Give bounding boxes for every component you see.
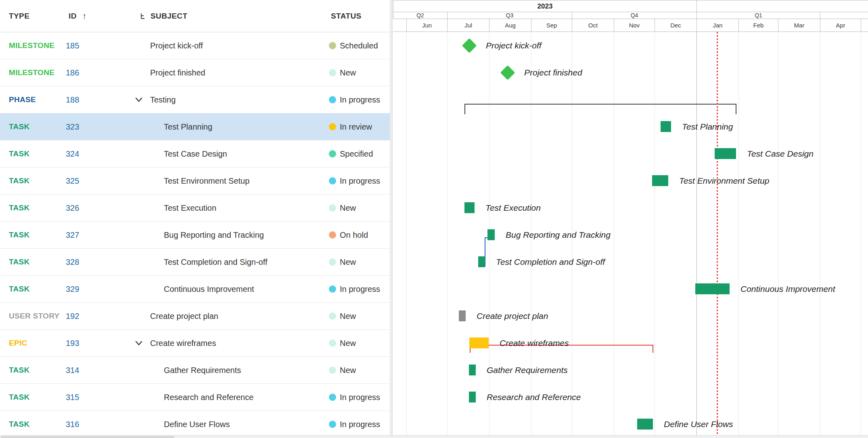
work-package-id-link[interactable]: 314 bbox=[66, 357, 79, 384]
type-label: TASK bbox=[9, 357, 30, 384]
work-package-id-link[interactable]: 327 bbox=[66, 222, 79, 248]
gantt-task-bar[interactable] bbox=[652, 175, 668, 186]
table-row[interactable]: TASK327Bug Reporting and TrackingOn hold bbox=[0, 222, 390, 249]
table-row[interactable]: TASK326Test ExecutionNew bbox=[0, 195, 390, 222]
gantt-body: Project kick-offProject finishedTest Pla… bbox=[393, 32, 868, 435]
gantt-milestone-diamond[interactable] bbox=[500, 65, 515, 80]
column-header-status-label: STATUS bbox=[331, 12, 362, 21]
work-package-id-link[interactable]: 326 bbox=[66, 195, 79, 221]
work-package-id-link[interactable]: 186 bbox=[66, 59, 79, 86]
status-label: New bbox=[340, 203, 356, 213]
horizontal-scrollbar-thumb[interactable] bbox=[1, 436, 174, 438]
subject-label: Test Case Design bbox=[164, 140, 227, 167]
status-dot bbox=[329, 96, 336, 103]
work-package-id-link[interactable]: 323 bbox=[66, 113, 79, 140]
status-cell: New bbox=[329, 249, 356, 275]
gantt-task-bar[interactable] bbox=[464, 202, 475, 213]
gantt-quarter-header: Q2Q3Q4Q1 bbox=[393, 12, 868, 19]
gantt-task-bar[interactable] bbox=[459, 310, 466, 321]
table-row[interactable]: TASK324Test Case DesignSpecified bbox=[0, 140, 390, 168]
gantt-task-bar[interactable] bbox=[478, 256, 485, 267]
gantt-task-bar[interactable] bbox=[637, 419, 653, 430]
gantt-task-bar[interactable] bbox=[715, 148, 736, 159]
gantt-bar-label: Test Case Design bbox=[747, 148, 814, 159]
work-package-table: TYPE ID ↑ SUBJECT STATUS MILESTONE185Pro… bbox=[0, 0, 390, 438]
gantt-task-bar[interactable] bbox=[695, 283, 730, 294]
column-header-status[interactable]: STATUS bbox=[331, 0, 362, 32]
work-package-id-link[interactable]: 329 bbox=[66, 276, 79, 302]
table-row[interactable]: EPIC193Create wireframesNew bbox=[0, 330, 390, 357]
subject-label: Test Completion and Sign-off bbox=[164, 249, 267, 275]
table-row[interactable]: TASK325Test Environment SetupIn progress bbox=[0, 168, 390, 195]
work-package-id-link[interactable]: 328 bbox=[66, 249, 79, 275]
gantt-task-bar[interactable] bbox=[469, 365, 476, 375]
pane-divider[interactable] bbox=[390, 0, 393, 438]
subject-label: Project kick-off bbox=[150, 32, 203, 59]
type-label: TASK bbox=[9, 249, 30, 275]
month-cell-may: May bbox=[393, 19, 406, 31]
status-dot bbox=[329, 123, 336, 130]
status-label: In progress bbox=[340, 393, 380, 402]
status-dot bbox=[329, 150, 336, 157]
type-label: USER STORY bbox=[9, 303, 59, 329]
gantt-phase-bracket[interactable] bbox=[464, 104, 736, 114]
month-cell-jan: Jan bbox=[696, 19, 738, 31]
work-package-id-link[interactable]: 324 bbox=[66, 140, 79, 167]
collapse-caret-icon[interactable] bbox=[135, 330, 143, 356]
sort-ascending-icon: ↑ bbox=[82, 11, 87, 21]
month-cell-nov: Nov bbox=[614, 19, 655, 31]
month-cell-may: May bbox=[861, 19, 868, 31]
work-package-id-link[interactable]: 192 bbox=[66, 303, 79, 329]
table-row[interactable]: MILESTONE185Project kick-offScheduled bbox=[0, 32, 390, 59]
gantt-task-bar[interactable] bbox=[487, 229, 495, 240]
type-label: TASK bbox=[9, 168, 30, 194]
table-row[interactable]: TASK329Continuous ImprovementIn progress bbox=[0, 276, 390, 303]
column-header-type[interactable]: TYPE bbox=[9, 0, 29, 32]
gantt-task-bar[interactable] bbox=[469, 392, 476, 402]
table-row[interactable]: USER STORY192Create project planNew bbox=[0, 303, 390, 330]
subject-label: Gather Requirements bbox=[164, 357, 241, 384]
work-package-id-link[interactable]: 185 bbox=[66, 32, 79, 59]
work-package-id-link[interactable]: 325 bbox=[66, 168, 79, 194]
table-row[interactable]: TASK315Research and ReferenceIn progress bbox=[0, 384, 390, 411]
type-label: TASK bbox=[9, 384, 30, 411]
table-row[interactable]: TASK314Gather RequirementsNew bbox=[0, 357, 390, 384]
horizontal-scrollbar[interactable] bbox=[0, 435, 868, 438]
table-row[interactable]: PHASE188TestingIn progress bbox=[0, 86, 390, 113]
work-package-id-link[interactable]: 316 bbox=[66, 411, 79, 438]
relation-line-193-316 bbox=[653, 345, 653, 353]
month-cell-sep: Sep bbox=[531, 19, 572, 31]
table-row[interactable]: TASK316Define User FlowsIn progress bbox=[0, 411, 390, 438]
subject-label: Bug Reporting and Tracking bbox=[164, 222, 264, 248]
gantt-task-bar[interactable] bbox=[661, 121, 671, 132]
status-dot bbox=[329, 421, 336, 428]
status-cell: In progress bbox=[329, 411, 380, 438]
quarter-cell-q3: Q3 bbox=[447, 12, 572, 19]
month-gridline bbox=[738, 32, 739, 435]
column-header-subject[interactable]: SUBJECT bbox=[140, 0, 187, 32]
table-row[interactable]: MILESTONE186Project finishedNew bbox=[0, 59, 390, 86]
gantt-milestone-label: Project kick-off bbox=[486, 40, 542, 51]
quarter-cell-q2: Q2 bbox=[393, 12, 447, 19]
hierarchy-icon bbox=[140, 13, 147, 20]
collapse-caret-icon[interactable] bbox=[135, 86, 143, 113]
status-cell: In review bbox=[329, 113, 372, 140]
month-cell-oct: Oct bbox=[572, 19, 614, 31]
work-package-id-link[interactable]: 188 bbox=[66, 86, 79, 113]
table-header-row: TYPE ID ↑ SUBJECT STATUS bbox=[0, 0, 390, 32]
work-package-id-link[interactable]: 315 bbox=[66, 384, 79, 411]
status-dot bbox=[329, 394, 336, 401]
gantt-bar-label: Continuous Improvement bbox=[740, 283, 835, 294]
table-row[interactable]: TASK328Test Completion and Sign-offNew bbox=[0, 249, 390, 276]
gantt-chart: 2023 Q2Q3Q4Q1 MayJunJulAugSepOctNovDecJa… bbox=[393, 0, 868, 438]
status-label: Scheduled bbox=[340, 41, 378, 50]
gantt-task-bar[interactable] bbox=[469, 337, 489, 348]
status-cell: New bbox=[329, 330, 356, 356]
gantt-milestone-diamond[interactable] bbox=[462, 38, 477, 53]
column-header-id[interactable]: ID ↑ bbox=[69, 0, 87, 32]
table-body: MILESTONE185Project kick-offScheduledMIL… bbox=[0, 32, 390, 438]
status-cell: In progress bbox=[329, 384, 380, 411]
table-row[interactable]: TASK323Test PlanningIn review bbox=[0, 113, 390, 140]
work-package-id-link[interactable]: 193 bbox=[66, 330, 79, 356]
status-dot bbox=[329, 340, 336, 347]
